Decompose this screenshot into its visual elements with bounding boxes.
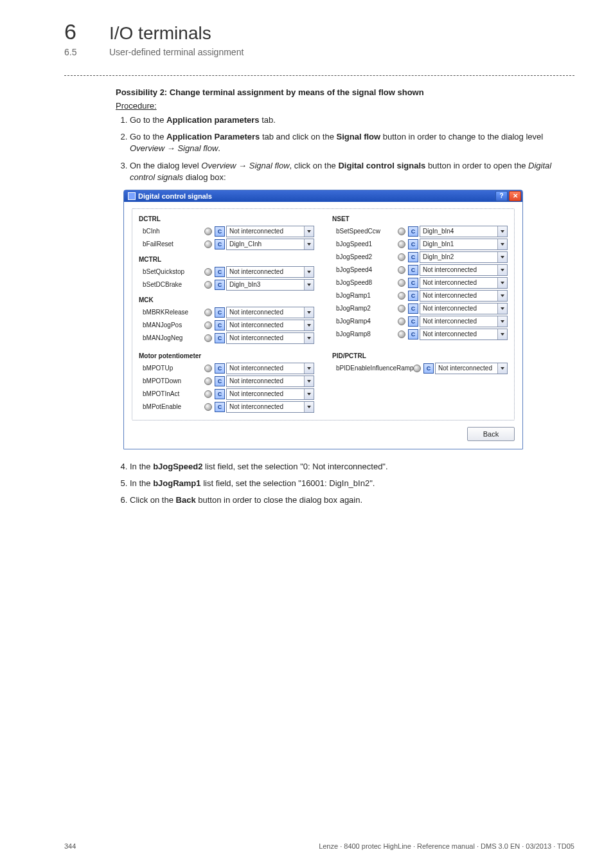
c-button[interactable]: C [215, 402, 225, 412]
bmanjogpos-select[interactable]: Not interconnected [226, 320, 314, 331]
c-button[interactable]: C [215, 267, 225, 277]
select-value: Not interconnected [229, 365, 283, 372]
bjogspeed4-select[interactable]: Not interconnected [420, 264, 508, 276]
select-value: Not interconnected [229, 309, 283, 316]
led-icon [204, 268, 212, 276]
chevron-down-icon [304, 333, 314, 343]
c-button[interactable]: C [215, 333, 225, 343]
c-button[interactable]: C [215, 376, 225, 386]
led-icon [398, 253, 405, 261]
c-button[interactable]: C [215, 363, 225, 374]
step-text: list field, set the selection "16001: Di… [201, 478, 375, 488]
select-value: Not interconnected [438, 365, 492, 372]
chapter-number: 6 [64, 19, 109, 44]
bcinh-select[interactable]: Not interconnected [226, 226, 314, 237]
bsetquickstop-select[interactable]: Not interconnected [226, 266, 314, 278]
c-button[interactable]: C [408, 291, 418, 301]
step-italic: Signal flow [177, 143, 218, 153]
signal-label: bSetQuickstop [139, 268, 204, 275]
chevron-down-icon [497, 329, 507, 339]
bsetdcbrake-select[interactable]: DigIn_bIn3 [226, 279, 314, 291]
c-button[interactable]: C [408, 329, 418, 339]
procedure-label: Procedure: [116, 101, 568, 111]
c-button[interactable]: C [408, 278, 418, 288]
signal-label: bJogSpeed4 [332, 266, 398, 273]
bjogramp4-select[interactable]: Not interconnected [420, 316, 508, 327]
c-button[interactable]: C [215, 226, 225, 237]
signal-label: bSetDCBrake [139, 281, 204, 288]
doc-info: Lenze · 8400 protec HighLine · Reference… [319, 842, 574, 850]
c-button[interactable]: C [408, 239, 418, 249]
c-button[interactable]: C [215, 307, 225, 318]
signal-label: bJogRamp2 [332, 305, 398, 312]
step-bold: Digital control signals [338, 161, 425, 170]
select-value: Not interconnected [229, 390, 283, 397]
select-value: Not interconnected [423, 330, 477, 338]
back-button[interactable]: Back [467, 427, 515, 441]
c-button[interactable]: C [408, 265, 418, 275]
bjogspeed8-select[interactable]: Not interconnected [420, 277, 508, 289]
signal-label: bMPOTDown [139, 377, 204, 384]
c-button[interactable]: C [408, 252, 418, 262]
step-3: On the dialog level Overview → Signal fl… [130, 160, 568, 183]
bmpotenable-select[interactable]: Not interconnected [226, 401, 314, 413]
step-text: , click on the [290, 161, 339, 170]
chevron-down-icon [497, 278, 507, 288]
led-icon [204, 240, 212, 248]
c-button[interactable]: C [408, 226, 418, 237]
signal-label: bJogSpeed1 [332, 240, 398, 248]
bmpotdown-select[interactable]: Not interconnected [226, 375, 314, 387]
c-button[interactable]: C [408, 303, 418, 314]
section-title: User-defined terminal assignment [109, 47, 244, 57]
bmanjogneg-select[interactable]: Not interconnected [226, 332, 314, 344]
signal-label: bMANJogPos [139, 321, 204, 329]
bmbrkrelease-select[interactable]: Not interconnected [226, 307, 314, 318]
signal-label: bMANJogNeg [139, 334, 204, 341]
arrow-icon: → [236, 161, 249, 170]
select-value: DigIn_CInh [229, 240, 262, 248]
bjogspeed1-select[interactable]: DigIn_bIn1 [420, 239, 508, 250]
chevron-down-icon [304, 363, 314, 374]
bjogramp2-select[interactable]: Not interconnected [420, 303, 508, 314]
c-button[interactable]: C [215, 389, 225, 399]
signal-label: bFailReset [139, 240, 204, 248]
led-icon [398, 318, 405, 325]
step-text: button in order to close the dialog box … [196, 495, 362, 505]
section-number: 6.5 [64, 47, 109, 57]
bmpotup-select[interactable]: Not interconnected [226, 363, 314, 374]
select-value: Not interconnected [423, 318, 477, 325]
group-head-mctrl: MCTRL [139, 256, 314, 263]
step-6: Click on the Back button in order to clo… [130, 494, 568, 506]
select-value: DigIn_bIn1 [423, 240, 454, 248]
bsetspeedccw-select[interactable]: DigIn_bIn4 [420, 226, 508, 237]
chevron-down-icon [304, 280, 314, 290]
step-bold: Back [176, 495, 196, 505]
step-bold: Application parameters [166, 115, 260, 125]
step-5: In the bJogRamp1 list field, set the sel… [130, 478, 568, 489]
bjogramp8-select[interactable]: Not interconnected [420, 329, 508, 340]
bmpotinact-select[interactable]: Not interconnected [226, 388, 314, 400]
c-button[interactable]: C [423, 363, 434, 374]
step-italic: Overview [201, 161, 236, 170]
help-button[interactable]: ? [495, 191, 508, 201]
select-value: DigIn_bIn4 [423, 228, 454, 235]
bjogramp1-select[interactable]: Not interconnected [420, 290, 508, 302]
c-button[interactable]: C [215, 280, 225, 290]
c-button[interactable]: C [215, 239, 225, 249]
window-icon [128, 192, 136, 200]
bfailreset-select[interactable]: DigIn_CInh [226, 239, 314, 250]
c-button[interactable]: C [408, 316, 418, 327]
step-text: Go to the [130, 115, 166, 125]
step-text: tab. [260, 115, 276, 125]
possibility-heading: Possibility 2: Change terminal assignmen… [116, 87, 568, 97]
bpidenableinfluenceramp-select[interactable]: Not interconnected [435, 363, 508, 374]
chevron-down-icon [497, 291, 507, 301]
digital-control-signals-dialog: Digital control signals ? ✕ DCTRL bCInh [123, 190, 523, 449]
bjogspeed2-select[interactable]: DigIn_bIn2 [420, 251, 508, 263]
close-button[interactable]: ✕ [509, 191, 521, 201]
led-icon [398, 279, 405, 287]
chevron-down-icon [497, 226, 507, 237]
led-icon [398, 266, 405, 274]
select-value: Not interconnected [229, 403, 283, 410]
c-button[interactable]: C [215, 320, 225, 330]
